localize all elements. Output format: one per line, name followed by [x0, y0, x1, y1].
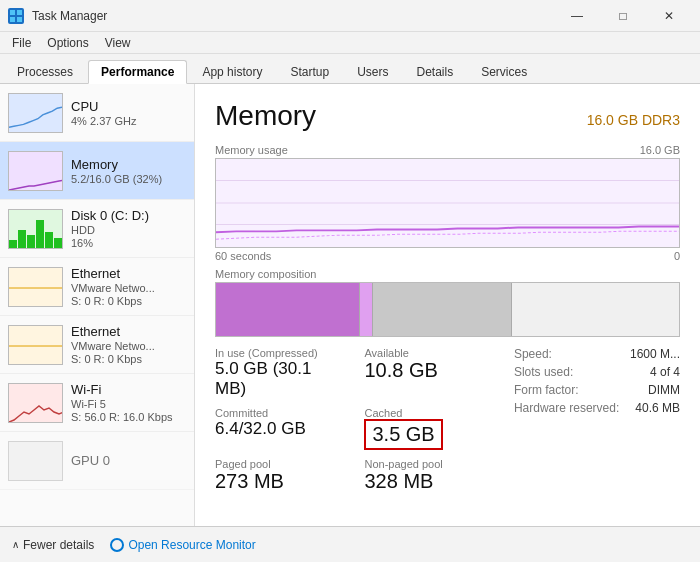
memory-thumbnail — [8, 151, 63, 191]
menu-view[interactable]: View — [97, 34, 139, 52]
chevron-up-icon: ∧ — [12, 539, 19, 550]
wifi-label: Wi-Fi — [71, 382, 186, 397]
eth1-adapter: VMware Netwo... — [71, 282, 186, 294]
eth1-thumbnail — [8, 267, 63, 307]
eth2-speed: S: 0 R: 0 Kbps — [71, 353, 186, 365]
cpu-thumbnail — [8, 93, 63, 133]
tab-processes[interactable]: Processes — [4, 60, 86, 83]
speed-label: Speed: — [514, 347, 552, 361]
sidebar-item-wifi[interactable]: Wi-Fi Wi-Fi 5 S: 56.0 R: 16.0 Kbps — [0, 374, 194, 432]
form-value: DIMM — [648, 383, 680, 397]
sidebar-item-memory[interactable]: Memory 5.2/16.0 GB (32%) — [0, 142, 194, 200]
memory-info: Memory 5.2/16.0 GB (32%) — [71, 157, 186, 185]
available-label: Available — [364, 347, 493, 359]
svg-rect-11 — [45, 232, 53, 249]
menu-options[interactable]: Options — [39, 34, 96, 52]
paged-label: Paged pool — [215, 458, 344, 470]
wifi-speed: S: 56.0 R: 16.0 Kbps — [71, 411, 186, 423]
stats-area: In use (Compressed) 5.0 GB (30.1 MB) Ava… — [215, 347, 680, 493]
cpu-usage: 4% 2.37 GHz — [71, 115, 186, 127]
svg-rect-8 — [18, 230, 26, 249]
left-stats: In use (Compressed) 5.0 GB (30.1 MB) Ava… — [215, 347, 494, 493]
paged-stat: Paged pool 273 MB — [215, 458, 344, 493]
svg-rect-10 — [36, 220, 44, 249]
slots-row: Slots used: 4 of 4 — [514, 365, 680, 379]
composition-blocks — [216, 283, 679, 336]
memory-usage: 5.2/16.0 GB (32%) — [71, 173, 186, 185]
svg-rect-3 — [17, 17, 22, 22]
slots-label: Slots used: — [514, 365, 573, 379]
svg-rect-0 — [10, 10, 15, 15]
memory-composition-chart — [215, 282, 680, 337]
form-label: Form factor: — [514, 383, 579, 397]
speed-value: 1600 M... — [630, 347, 680, 361]
eth2-thumbnail — [8, 325, 63, 365]
svg-rect-2 — [10, 17, 15, 22]
panel-title: Memory — [215, 100, 316, 132]
svg-rect-9 — [27, 235, 35, 249]
in-use-label: In use (Compressed) — [215, 347, 344, 359]
tab-details[interactable]: Details — [403, 60, 466, 83]
svg-rect-12 — [54, 238, 62, 249]
bottombar: ∧ Fewer details Open Resource Monitor — [0, 526, 700, 562]
panel-header: Memory 16.0 GB DDR3 — [215, 100, 680, 132]
non-paged-value: 328 MB — [364, 470, 493, 493]
maximize-button[interactable]: □ — [600, 0, 646, 32]
speed-row: Speed: 1600 M... — [514, 347, 680, 361]
form-row: Form factor: DIMM — [514, 383, 680, 397]
time-zero: 0 — [674, 250, 680, 262]
memory-label: Memory — [71, 157, 186, 172]
in-use-stat: In use (Compressed) 5.0 GB (30.1 MB) — [215, 347, 344, 399]
tab-services[interactable]: Services — [468, 60, 540, 83]
app-icon — [8, 8, 24, 24]
cached-label: Cached — [364, 407, 493, 419]
time-60s: 60 seconds — [215, 250, 271, 262]
tab-app-history[interactable]: App history — [189, 60, 275, 83]
committed-label: Committed — [215, 407, 344, 419]
non-paged-stat: Non-paged pool 328 MB — [364, 458, 493, 493]
tab-startup[interactable]: Startup — [277, 60, 342, 83]
resource-monitor-icon — [110, 538, 124, 552]
wifi-info: Wi-Fi Wi-Fi 5 S: 56.0 R: 16.0 Kbps — [71, 382, 186, 423]
eth2-adapter: VMware Netwo... — [71, 340, 186, 352]
tab-users[interactable]: Users — [344, 60, 401, 83]
usage-label-text: Memory usage — [215, 144, 288, 156]
hardware-row: Hardware reserved: 40.6 MB — [514, 401, 680, 415]
tabbar: Processes Performance App history Startu… — [0, 54, 700, 84]
menu-file[interactable]: File — [4, 34, 39, 52]
cached-stat: Cached 3.5 GB — [364, 407, 493, 450]
sidebar: CPU 4% 2.37 GHz Memory 5.2/16.0 GB (32%) — [0, 84, 195, 526]
performance-panel: Memory 16.0 GB DDR3 Memory usage 16.0 GB… — [195, 84, 700, 526]
eth1-info: Ethernet VMware Netwo... S: 0 R: 0 Kbps — [71, 266, 186, 307]
eth2-label: Ethernet — [71, 324, 186, 339]
comp-in-use — [216, 283, 360, 336]
disk-usage: 16% — [71, 237, 186, 249]
minimize-button[interactable]: — — [554, 0, 600, 32]
main-content: CPU 4% 2.37 GHz Memory 5.2/16.0 GB (32%) — [0, 84, 700, 526]
comp-free — [512, 283, 679, 336]
cpu-label: CPU — [71, 99, 186, 114]
open-resource-monitor-link[interactable]: Open Resource Monitor — [110, 538, 255, 552]
sidebar-item-ethernet2[interactable]: Ethernet VMware Netwo... S: 0 R: 0 Kbps — [0, 316, 194, 374]
sidebar-item-ethernet1[interactable]: Ethernet VMware Netwo... S: 0 R: 0 Kbps — [0, 258, 194, 316]
svg-rect-7 — [9, 240, 17, 249]
close-button[interactable]: ✕ — [646, 0, 692, 32]
sidebar-item-disk[interactable]: Disk 0 (C: D:) HDD 16% — [0, 200, 194, 258]
available-value: 10.8 GB — [364, 359, 493, 382]
composition-chart-label: Memory composition — [215, 268, 680, 280]
cached-highlight: 3.5 GB — [364, 419, 442, 450]
gpu-info: GPU 0 — [71, 453, 186, 468]
hardware-value: 40.6 MB — [635, 401, 680, 415]
paged-value: 273 MB — [215, 470, 344, 493]
window-controls: — □ ✕ — [554, 0, 692, 32]
non-paged-label: Non-paged pool — [364, 458, 493, 470]
disk-type: HDD — [71, 224, 186, 236]
in-use-value: 5.0 GB (30.1 MB) — [215, 359, 344, 399]
tab-performance[interactable]: Performance — [88, 60, 187, 84]
sidebar-item-cpu[interactable]: CPU 4% 2.37 GHz — [0, 84, 194, 142]
fewer-details-button[interactable]: ∧ Fewer details — [12, 538, 94, 552]
sidebar-item-gpu[interactable]: GPU 0 — [0, 432, 194, 490]
eth2-info: Ethernet VMware Netwo... S: 0 R: 0 Kbps — [71, 324, 186, 365]
disk-thumbnail — [8, 209, 63, 249]
svg-rect-1 — [17, 10, 22, 15]
